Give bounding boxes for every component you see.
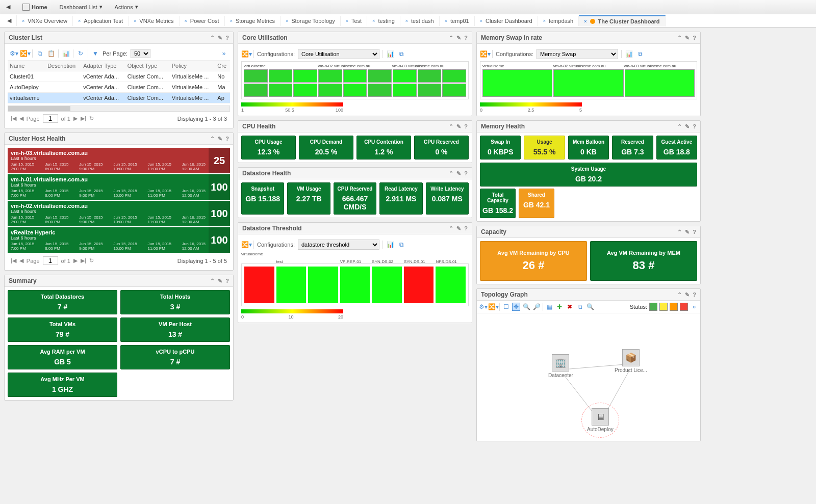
edit-icon[interactable]: ✎ bbox=[685, 291, 690, 298]
edit-icon[interactable]: ✎ bbox=[218, 35, 222, 41]
col-header[interactable]: Policy bbox=[170, 61, 216, 71]
gear-icon[interactable]: ⚙▾ bbox=[479, 303, 487, 311]
tab-4[interactable]: ×Storage Metrics bbox=[225, 16, 280, 26]
status-green[interactable] bbox=[649, 303, 657, 311]
first-page[interactable]: |◀ bbox=[11, 257, 16, 264]
col-header[interactable]: Adapter Type bbox=[81, 61, 125, 71]
pan-icon[interactable]: ✥ bbox=[512, 303, 520, 311]
status-yellow[interactable] bbox=[659, 303, 668, 311]
prev-page[interactable]: ◀ bbox=[19, 115, 23, 122]
tab-7[interactable]: ×testing bbox=[367, 16, 400, 26]
home-link[interactable]: Home bbox=[19, 2, 50, 13]
select-icon[interactable]: ☐ bbox=[502, 303, 510, 311]
col-header[interactable]: Name bbox=[8, 61, 45, 71]
tab-5[interactable]: ×Storage Topology bbox=[280, 16, 341, 26]
per-page-select[interactable]: 50 bbox=[131, 49, 150, 58]
help-icon[interactable]: ? bbox=[225, 136, 229, 142]
tab-3[interactable]: ×Power Cost bbox=[180, 16, 225, 26]
refresh-pager[interactable]: ↻ bbox=[89, 257, 94, 264]
collapse-icon[interactable]: ⌃ bbox=[210, 35, 215, 41]
page-input[interactable] bbox=[43, 114, 58, 123]
config-select[interactable]: Memory Swap bbox=[537, 49, 618, 59]
close-icon[interactable]: × bbox=[543, 18, 546, 23]
chart-icon[interactable]: 📊 bbox=[386, 241, 394, 249]
paste-icon[interactable]: 📋 bbox=[47, 49, 55, 58]
next-page[interactable]: ▶ bbox=[73, 257, 78, 264]
zoom-out-icon[interactable]: 🔎 bbox=[532, 303, 541, 311]
tab-11[interactable]: ×tempdash bbox=[538, 16, 579, 26]
refresh-pager[interactable]: ↻ bbox=[89, 115, 94, 122]
tab-scroll-left[interactable]: ◀ bbox=[2, 15, 17, 26]
table-row[interactable]: Cluster01vCenter Ada...Cluster Com...Vir… bbox=[8, 71, 230, 82]
tree-icon[interactable]: 🔀▾ bbox=[481, 50, 489, 58]
tab-9[interactable]: ×temp01 bbox=[440, 16, 475, 26]
config-select[interactable]: Core Utilisation bbox=[298, 49, 379, 59]
status-red[interactable] bbox=[680, 303, 688, 311]
config-select[interactable]: datastore threshold bbox=[298, 240, 379, 250]
close-icon[interactable]: × bbox=[22, 18, 24, 23]
copy-icon[interactable]: ⧉ bbox=[36, 49, 44, 58]
grid-icon[interactable]: ▦ bbox=[545, 303, 553, 311]
help-icon[interactable]: ? bbox=[225, 278, 229, 284]
tree-icon[interactable]: 🔀▾ bbox=[21, 49, 29, 58]
close-icon[interactable]: × bbox=[372, 18, 375, 23]
tree-icon[interactable]: 🔀▾ bbox=[242, 50, 250, 58]
collapse-icon[interactable]: ⌃ bbox=[449, 123, 453, 130]
add-icon[interactable]: ✚ bbox=[555, 303, 564, 311]
edit-icon[interactable]: ✎ bbox=[456, 123, 461, 130]
collapse-icon[interactable]: ⌃ bbox=[449, 225, 453, 232]
tab-10[interactable]: ×Cluster Dashboard bbox=[475, 16, 538, 26]
tab-1[interactable]: ×Application Test bbox=[73, 16, 129, 26]
tree-icon[interactable]: 🔀▾ bbox=[489, 303, 497, 311]
export-icon[interactable]: ⧉ bbox=[397, 50, 405, 58]
refresh-icon[interactable]: ↻ bbox=[76, 49, 85, 58]
edit-icon[interactable]: ✎ bbox=[685, 123, 690, 130]
edit-icon[interactable]: ✎ bbox=[218, 136, 222, 142]
edit-icon[interactable]: ✎ bbox=[456, 170, 461, 177]
tab-8[interactable]: ×test dash bbox=[400, 16, 440, 26]
close-icon[interactable]: × bbox=[346, 18, 348, 23]
ds-threshold-heatmap[interactable]: testVP-REP-01SYN-DS-02SYN-DS-01NFS-DS-01 bbox=[241, 263, 469, 306]
collapse-icon[interactable]: ⌃ bbox=[449, 170, 453, 177]
next-page[interactable]: ▶ bbox=[73, 115, 78, 122]
help-icon[interactable]: ? bbox=[693, 291, 696, 298]
collapse-icon[interactable]: ⌃ bbox=[677, 229, 682, 235]
close-icon[interactable]: × bbox=[134, 18, 136, 23]
help-icon[interactable]: ? bbox=[693, 123, 696, 130]
actions-menu[interactable]: Actions ▾ bbox=[112, 2, 141, 12]
help-icon[interactable]: ? bbox=[693, 229, 696, 235]
host-row[interactable]: vRealize HypericLast 6 hoursJun 15, 2015… bbox=[8, 227, 230, 253]
col-header[interactable]: Description bbox=[45, 61, 81, 71]
help-icon[interactable]: ? bbox=[464, 35, 468, 41]
tab-12[interactable]: ×The Cluster Dashboard bbox=[579, 15, 665, 26]
page-input[interactable] bbox=[43, 256, 58, 265]
export-icon[interactable]: ⧉ bbox=[636, 50, 644, 58]
gear-icon[interactable]: ⚙▾ bbox=[10, 49, 18, 58]
export-icon[interactable]: ⧉ bbox=[397, 241, 405, 249]
more-icon[interactable]: » bbox=[690, 303, 698, 311]
chart-icon[interactable]: 📊 bbox=[62, 49, 70, 58]
help-icon[interactable]: ? bbox=[225, 35, 229, 41]
collapse-icon[interactable]: ⌃ bbox=[677, 123, 682, 130]
prev-page[interactable]: ◀ bbox=[19, 257, 23, 264]
mem-swap-heatmap[interactable]: virtualisemevm-h-02.virtualiseme.com.auv… bbox=[480, 61, 697, 99]
collapse-icon[interactable]: ⌃ bbox=[210, 136, 215, 142]
host-row[interactable]: vm-h-01.virtualiseme.com.auLast 6 hoursJ… bbox=[8, 174, 230, 200]
filter-icon[interactable]: ▼ bbox=[91, 49, 99, 58]
help-icon[interactable]: ? bbox=[464, 225, 468, 232]
collapse-icon[interactable]: ⌃ bbox=[677, 35, 682, 41]
collapse-icon[interactable]: ⌃ bbox=[449, 35, 453, 41]
export-icon[interactable]: ⧉ bbox=[576, 303, 584, 311]
edit-icon[interactable]: ✎ bbox=[685, 35, 690, 41]
node-autodeploy[interactable]: 🖥AutoDeploy bbox=[581, 403, 619, 438]
node-product-license[interactable]: 📦Product Lice... bbox=[615, 349, 647, 373]
collapse-icon[interactable]: ⌃ bbox=[210, 278, 215, 284]
close-icon[interactable]: × bbox=[230, 18, 233, 23]
table-row[interactable]: AutoDeployvCenter Ada...Cluster Com...Vi… bbox=[8, 82, 230, 93]
zoom-in-icon[interactable]: 🔍 bbox=[522, 303, 530, 311]
close-icon[interactable]: × bbox=[405, 18, 408, 23]
host-row[interactable]: vm-h-02.virtualiseme.com.auLast 6 hoursJ… bbox=[8, 201, 230, 226]
host-row[interactable]: vm-h-03.virtualiseme.com.auLast 6 hoursJ… bbox=[8, 148, 230, 173]
edit-icon[interactable]: ✎ bbox=[685, 229, 690, 235]
tab-0[interactable]: ×VNXe Overview bbox=[17, 16, 73, 26]
